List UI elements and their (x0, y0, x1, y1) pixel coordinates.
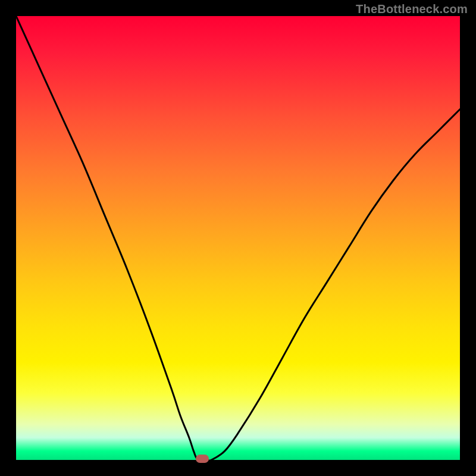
optimum-marker (196, 455, 209, 463)
chart-frame: TheBottleneck.com (0, 0, 476, 476)
gradient-plot-area (16, 16, 460, 460)
watermark-text: TheBottleneck.com (356, 2, 468, 16)
